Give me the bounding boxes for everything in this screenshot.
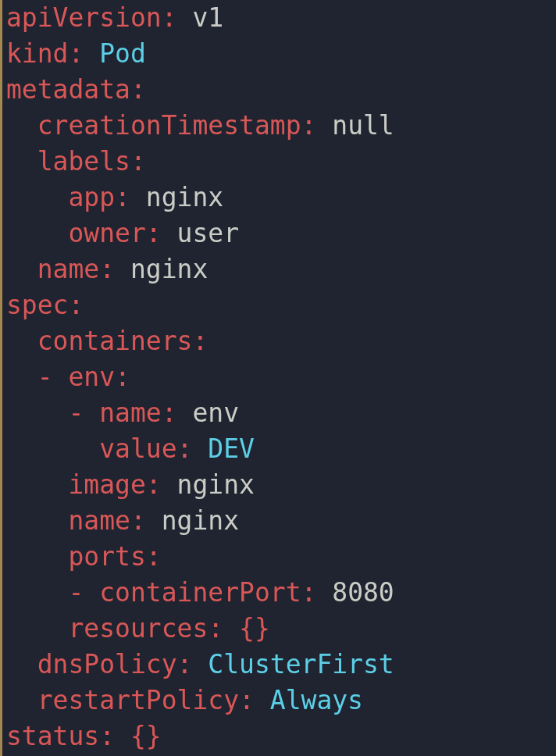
key-creationTimestamp: creationTimestamp [37,110,301,141]
key-apiVersion: apiVersion [6,2,162,33]
val-restartPolicy: Always [270,685,363,715]
val-app: nginx [146,182,223,212]
colon: : [68,38,84,69]
colon: : [301,577,317,608]
val-kind: Pod [99,38,146,69]
colon: : [130,505,146,536]
colon: : [99,254,115,284]
colon: : [146,218,162,248]
val-resources: {} [239,613,270,644]
colon: : [192,326,208,356]
colon: : [146,541,162,572]
val-status: {} [130,721,162,751]
val-env-name: env [192,398,239,428]
val-container-name: nginx [162,505,239,536]
key-env: env [69,362,116,392]
val-env-value: DEV [208,433,255,464]
colon: : [177,649,193,679]
key-status: status [6,721,99,751]
colon: : [99,721,115,751]
colon: : [68,290,84,320]
key-containers: containers [37,326,193,356]
val-owner: user [177,218,239,248]
key-owner: owner [68,218,145,248]
editor-gutter [0,0,2,756]
val-creationTimestamp: null [332,110,394,141]
colon: : [162,398,177,428]
val-metadata-name: nginx [130,254,208,284]
colon: : [130,74,146,105]
val-image: nginx [177,469,255,500]
code-editor[interactable]: apiVersion: v1 kind: Pod metadata: creat… [0,0,556,756]
key-app: app [68,182,115,212]
key-resources: resources [68,613,208,644]
key-restartPolicy: restartPolicy [37,685,239,715]
dash: - [37,362,53,392]
key-metadata: metadata [6,74,130,105]
colon: : [130,146,146,177]
colon: : [301,110,317,141]
key-env-name: name [99,398,161,428]
key-containerPort: containerPort [99,577,301,608]
dash: - [68,577,84,608]
yaml-code-block: apiVersion: v1 kind: Pod metadata: creat… [6,0,556,754]
dash: - [68,398,84,428]
colon: : [177,433,193,464]
colon: : [208,613,223,644]
key-name: name [37,254,99,284]
key-image: image [68,469,145,500]
val-dnsPolicy: ClusterFirst [208,649,394,679]
key-env-value: value [99,433,176,464]
key-dnsPolicy: dnsPolicy [37,649,177,679]
key-container-name: name [68,505,130,536]
colon: : [115,362,130,392]
val-apiVersion: v1 [192,2,223,33]
key-kind: kind [6,38,68,69]
val-containerPort: 8080 [332,577,394,608]
key-spec: spec [6,290,68,320]
key-labels: labels [37,146,130,177]
colon: : [239,685,255,715]
colon: : [115,182,130,212]
key-ports: ports [68,541,145,572]
colon: : [146,469,162,500]
colon: : [162,2,177,33]
